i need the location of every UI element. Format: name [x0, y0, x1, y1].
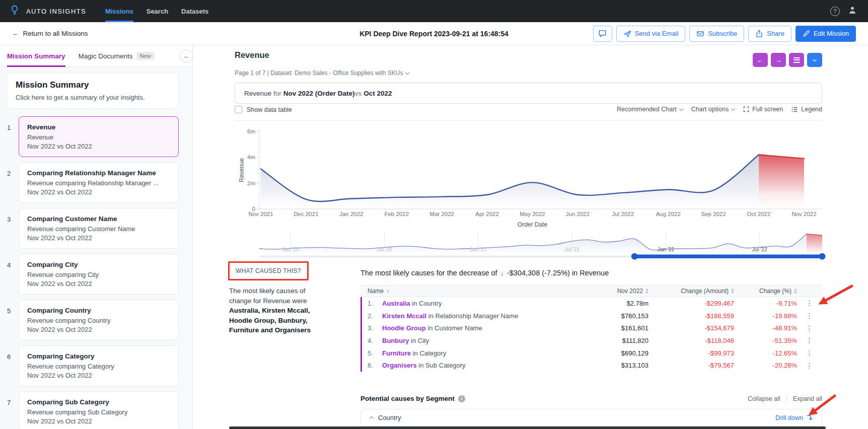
mission-page-item: 7 Comparing Sub Category Revenue compari…	[7, 391, 179, 429]
previous-page-button[interactable]: ←	[753, 53, 768, 67]
timeline-minimap-scrubber[interactable]: Jan '20Jul '20Jan '21Jul '21Jan '22Jul '…	[235, 230, 829, 262]
range-handle-left[interactable]	[631, 253, 638, 260]
collapse-all-link[interactable]: Collapse all	[748, 395, 780, 402]
page-card-period: Nov 2022 vs Oct 2022	[27, 188, 170, 196]
svg-text:Aug 2022: Aug 2022	[656, 211, 681, 217]
return-to-missions-link[interactable]: ← Return to all Missions	[12, 30, 88, 37]
column-header-name[interactable]: Name ↑	[360, 288, 558, 295]
tab-mission-summary[interactable]: Mission Summary	[7, 45, 65, 67]
mission-page-card[interactable]: Comparing Category Revenue comparing Cat…	[19, 345, 179, 386]
mission-page-card[interactable]: Comparing Relationship Manager Name Reve…	[19, 162, 179, 203]
mission-page-card[interactable]: Revenue Revenue Nov 2022 vs Oct 2022	[19, 116, 179, 157]
report-title: KPI Deep Dive Report 2023-09-21 at 16:48…	[359, 30, 509, 38]
next-page-button[interactable]: →	[771, 53, 786, 67]
mission-page-card[interactable]: Comparing Customer Name Revenue comparin…	[19, 208, 179, 249]
new-badge: New	[136, 52, 155, 60]
pencil-icon	[803, 30, 810, 37]
mission-page-card[interactable]: Comparing City Revenue comparing City No…	[19, 254, 179, 295]
dataset-selector[interactable]: Page 1 of 7 | Dataset: Demo Sales - Offi…	[235, 69, 409, 77]
svg-text:Nov 2021: Nov 2021	[248, 211, 273, 217]
row-kebab-menu-icon[interactable]: ⋮	[797, 362, 822, 370]
chevron-up-icon[interactable]	[370, 416, 374, 420]
svg-text:Feb 2022: Feb 2022	[384, 211, 409, 217]
svg-text:Jan 2022: Jan 2022	[339, 211, 363, 217]
cause-period-value: $690,129	[558, 349, 648, 357]
cause-change-amount: -$154,679	[648, 324, 734, 332]
decrease-value: -$304,308 (-7.25%)	[507, 269, 570, 277]
timeline-selected-range[interactable]	[634, 255, 822, 259]
causes-table-body: 1. Australia in Country $2.78m -$299,467…	[360, 297, 822, 372]
page-menu-dropdown-button[interactable]	[807, 53, 822, 67]
mission-page-item: 5 Comparing Country Revenue comparing Co…	[7, 300, 179, 340]
page-number: 1	[7, 116, 19, 157]
page-title: Revenue	[235, 50, 269, 60]
page-card-description: Revenue comparing Sub Category	[27, 408, 170, 416]
cause-name-link[interactable]: Furniture	[382, 349, 411, 357]
mission-page-card[interactable]: Comparing Country Revenue comparing Coun…	[19, 300, 179, 340]
cause-period-value: $2.78m	[558, 300, 648, 307]
info-icon[interactable]: i	[458, 395, 465, 402]
mission-page-item: 4 Comparing City Revenue comparing City …	[7, 254, 179, 295]
mission-summary-card[interactable]: Mission Summary Click here to get a summ…	[7, 73, 179, 109]
cause-dimension: in City	[411, 337, 429, 344]
expand-all-link[interactable]: Expand all	[793, 395, 822, 402]
full-screen-button[interactable]: Full screen	[743, 106, 783, 113]
topnav-tab-missions[interactable]: Missions	[105, 0, 133, 22]
row-kebab-menu-icon[interactable]: ⋮	[797, 299, 822, 307]
revenue-trend-chart[interactable]: 02m4m6mNov 2021Dec 2021Jan 2022Feb 2022M…	[235, 123, 822, 230]
cause-name-link[interactable]: Hoodle Group	[382, 324, 426, 332]
svg-text:Dec 2021: Dec 2021	[294, 211, 318, 217]
row-kebab-menu-icon[interactable]: ⋮	[797, 336, 822, 344]
help-icon[interactable]: ?	[830, 7, 840, 16]
topnav-tab-search[interactable]: Search	[147, 0, 168, 22]
cause-name-link[interactable]: Organisers	[382, 362, 417, 369]
edit-mission-button[interactable]: Edit Mission	[795, 26, 856, 42]
cause-name-link[interactable]: Australia	[382, 300, 410, 307]
show-data-table-checkbox[interactable]	[235, 106, 242, 113]
legend-icon	[791, 106, 798, 113]
svg-text:6m: 6m	[247, 128, 255, 134]
column-header-change-amount[interactable]: Change (Amount)	[648, 288, 734, 295]
cause-name-link[interactable]: Bunbury	[382, 337, 409, 344]
chevron-down-icon	[813, 57, 817, 61]
chart-options-dropdown[interactable]: Chart options	[691, 106, 735, 113]
page-card-title: Comparing Sub Category	[27, 398, 170, 406]
cause-change-pct: -9.71%	[734, 300, 797, 307]
column-header-nov-2022[interactable]: Nov 2022	[558, 288, 648, 295]
page-card-period: Nov 2022 vs Oct 2022	[27, 326, 170, 333]
svg-text:May 2022: May 2022	[520, 211, 545, 217]
query-expression-box[interactable]: Revenue for Nov 2022 (Order Date) vs Oct…	[235, 83, 822, 104]
subscribe-button[interactable]: Subscribe	[689, 26, 744, 42]
page-list-button[interactable]	[789, 53, 804, 67]
send-via-email-button[interactable]: Send via Email	[616, 26, 686, 42]
row-kebab-menu-icon[interactable]: ⋮	[797, 349, 822, 357]
page-card-title: Revenue	[27, 123, 170, 131]
mission-page-card[interactable]: Comparing Sub Category Revenue comparing…	[19, 391, 179, 429]
cause-table-row: 4. Bunbury in City $111,820 -$118,046 -5…	[362, 334, 822, 347]
share-button[interactable]: Share	[748, 26, 791, 42]
legend-button[interactable]: Legend	[791, 106, 822, 113]
page-number: 4	[7, 254, 19, 295]
cause-dimension: in Relationship Manager Name	[428, 312, 518, 320]
svg-text:Jul 2022: Jul 2022	[612, 211, 634, 217]
collapse-sidebar-button[interactable]: ←	[180, 49, 193, 62]
tab-magic-documents[interactable]: Magic Documents New	[79, 45, 155, 67]
list-icon	[793, 57, 800, 63]
drill-down-link[interactable]: Drill down	[775, 414, 813, 421]
comments-button[interactable]	[593, 26, 612, 42]
topnav-tab-datasets[interactable]: Datasets	[181, 0, 208, 22]
range-handle-right[interactable]	[819, 253, 826, 260]
row-kebab-menu-icon[interactable]: ⋮	[797, 312, 822, 320]
back-arrow-icon: ←	[12, 30, 19, 37]
cause-name-link[interactable]: Kirsten Mccall	[382, 312, 426, 320]
page-card-period: Nov 2022 vs Oct 2022	[27, 234, 170, 242]
page-number: 3	[7, 208, 19, 249]
recommended-chart-dropdown[interactable]: Recommended Chart	[617, 106, 683, 113]
row-kebab-menu-icon[interactable]: ⋮	[797, 324, 822, 332]
insight-cause-names: Australia, Kirsten Mccall, Hoodle Group,…	[229, 307, 311, 334]
page-number: 2	[7, 162, 19, 203]
chevron-down-icon	[405, 70, 409, 75]
user-profile-icon[interactable]	[848, 6, 857, 17]
column-header-change-pct[interactable]: Change (%)	[734, 288, 797, 295]
horizontal-scrollbar-thumb[interactable]	[229, 426, 826, 429]
